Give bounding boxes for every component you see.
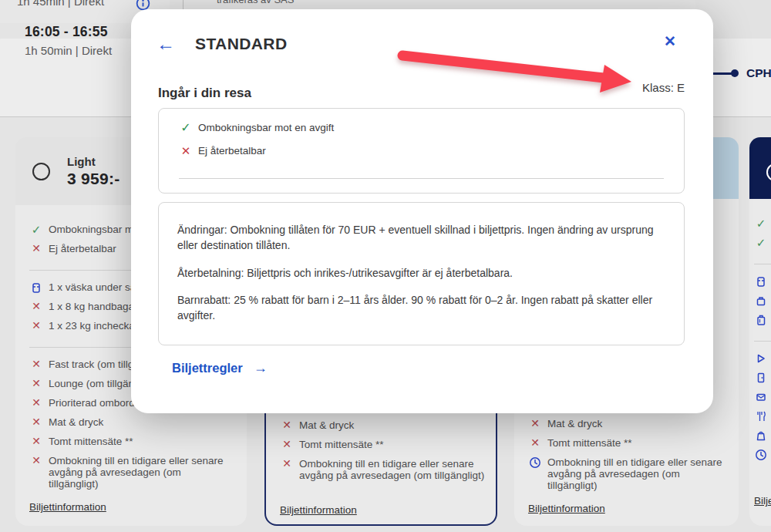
check-icon: ✓ (29, 224, 43, 235)
list-item (754, 275, 771, 295)
list-item (754, 314, 771, 333)
list-item (754, 410, 771, 429)
arrow-right-icon: → (254, 360, 268, 376)
rules-paragraph-refund: Återbetalning: Biljettpris och inrikes-/… (177, 265, 664, 281)
cross-icon: ✕ (29, 455, 43, 466)
fare-class-label: Klass: E (642, 81, 685, 94)
cross-icon: ✕ (29, 397, 43, 409)
cross-icon: ✕ (29, 320, 43, 332)
list-item: ✕Mat & dryck (528, 418, 731, 437)
operated-by-label: trafikeras av SAS (217, 0, 294, 5)
seat-icon (754, 391, 768, 403)
fare-card-business[interactable]: ✓ ✓ Biljettinformation (749, 137, 771, 526)
arrival-dot (731, 69, 739, 77)
cross-icon: ✕ (179, 145, 193, 157)
cross-icon: ✕ (528, 418, 542, 429)
list-item (754, 449, 771, 483)
cross-icon: ✕ (29, 301, 43, 312)
list-item: ✕Ombokning till en tidigare eller senare… (280, 458, 488, 492)
summary-item: ✕Ej återbetalbar (179, 145, 664, 168)
fare-rules-box: Ändringar: Ombokning tillåten för 70 EUR… (158, 202, 685, 345)
underseat-bag-icon (29, 281, 43, 294)
section-title: Ingår i din resa (158, 86, 251, 101)
check-icon: ✓ (179, 122, 193, 133)
ticket-information-link[interactable]: Biljettinformation (528, 503, 605, 514)
list-item (754, 391, 771, 410)
check-icon: ✓ (754, 237, 768, 248)
list-item: ✕Ombokning till en tidigare eller senare… (29, 455, 233, 489)
cross-icon: ✕ (29, 416, 43, 428)
fare-card-business-header (749, 137, 771, 199)
list-item: ✕Tomt mittensäte ** (528, 437, 731, 456)
fare-summary-box: ✓Ombokningsbar mot en avgift ✕Ej återbet… (158, 108, 685, 194)
ticket-rules-link[interactable]: Biljettregler → (172, 360, 268, 376)
flight-duration-top: 1h 45min | Direkt (17, 0, 104, 8)
summary-divider (179, 178, 664, 179)
ticket-information-link[interactable]: Biljettinformation (754, 495, 771, 507)
meal-bag-icon (754, 429, 768, 442)
summary-item: ✓Ombokningsbar mot en avgift (179, 122, 664, 145)
list-item (754, 295, 771, 314)
underseat-bag-icon (754, 275, 768, 288)
cross-icon: ✕ (280, 458, 294, 470)
rules-paragraph-changes: Ändringar: Ombokning tillåten för 70 EUR… (177, 222, 664, 254)
cross-icon: ✕ (280, 419, 294, 431)
modal-title: STANDARD (195, 35, 287, 53)
cutlery-icon (754, 410, 768, 423)
list-item: ✕Mat & dryck (29, 416, 233, 436)
cross-icon: ✕ (29, 243, 43, 254)
checked-bag-icon (754, 314, 768, 326)
list-item: ✓ (754, 237, 771, 256)
list-item: Ombokning till en tidigare eller senare … (528, 456, 731, 490)
arrival-airport-code: CPH (746, 66, 771, 80)
ticket-information-link[interactable]: Biljettinformation (280, 504, 357, 516)
cabin-bag-icon (754, 295, 768, 307)
fare-radio-light[interactable] (32, 163, 50, 180)
fare-details-modal: ← STANDARD ✕ Ingår i din resa Klass: E ✓… (131, 9, 713, 413)
fast-track-icon (754, 352, 768, 365)
cross-icon: ✕ (29, 436, 43, 447)
list-item: ✕Mat & dryck (280, 419, 488, 439)
cross-icon: ✕ (29, 359, 43, 370)
list-item: ✕Tomt mittensäte ** (280, 439, 488, 458)
check-icon: ✓ (754, 217, 768, 229)
cross-icon: ✕ (29, 378, 43, 389)
list-divider (754, 341, 771, 342)
cross-icon: ✕ (528, 437, 542, 449)
close-button[interactable]: ✕ (658, 30, 682, 53)
back-button[interactable]: ← (154, 32, 177, 56)
list-divider (754, 264, 771, 264)
lounge-icon (754, 372, 768, 384)
clock-icon (528, 456, 542, 469)
rules-paragraph-child-discount: Barnrabatt: 25 % rabatt för barn i 2–11 … (177, 292, 664, 324)
fare-price: 3 959:- (67, 170, 120, 188)
flight-duration: 1h 50min | Direkt (25, 44, 112, 57)
list-item: ✓ (754, 217, 771, 237)
ticket-information-link[interactable]: Biljettinformation (29, 501, 106, 513)
clock-icon (754, 449, 768, 461)
list-item (754, 352, 771, 372)
fare-radio-business[interactable] (766, 163, 771, 181)
list-item: ✕Tomt mittensäte ** (29, 436, 233, 455)
list-item (754, 429, 771, 449)
flight-times: 16:05 - 16:55 (25, 24, 108, 40)
list-item (754, 372, 771, 391)
fare-name: Light (67, 155, 120, 168)
cross-icon: ✕ (280, 439, 294, 450)
